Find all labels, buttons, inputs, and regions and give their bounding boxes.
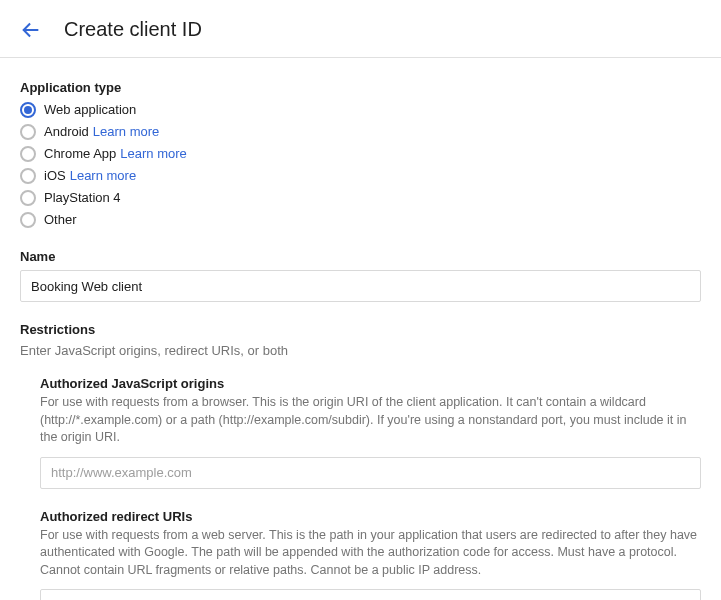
radio-chrome-app[interactable]: Chrome App Learn more <box>20 145 701 163</box>
radio-label: PlayStation 4 <box>44 189 121 207</box>
radio-other[interactable]: Other <box>20 211 701 229</box>
radio-icon <box>20 124 36 140</box>
name-input[interactable] <box>20 270 701 302</box>
learn-more-link[interactable]: Learn more <box>93 123 159 141</box>
js-origins-label: Authorized JavaScript origins <box>40 376 701 391</box>
radio-label: Web application <box>44 101 136 119</box>
radio-ios[interactable]: iOS Learn more <box>20 167 701 185</box>
radio-icon <box>20 212 36 228</box>
radio-playstation-4[interactable]: PlayStation 4 <box>20 189 701 207</box>
radio-web-application[interactable]: Web application <box>20 101 701 119</box>
radio-label: Other <box>44 211 77 229</box>
radio-icon <box>20 102 36 118</box>
redirect-uris-desc: For use with requests from a web server.… <box>40 527 701 580</box>
learn-more-link[interactable]: Learn more <box>120 145 186 163</box>
restrictions-hint: Enter JavaScript origins, redirect URIs,… <box>20 343 701 358</box>
radio-label: Chrome App <box>44 145 116 163</box>
restrictions-label: Restrictions <box>20 322 701 337</box>
back-arrow-icon[interactable] <box>20 19 42 41</box>
page-header: Create client ID <box>0 0 721 58</box>
app-type-radio-group: Web application Android Learn more Chrom… <box>20 101 701 229</box>
radio-android[interactable]: Android Learn more <box>20 123 701 141</box>
js-origins-input[interactable] <box>40 457 701 489</box>
js-origins-desc: For use with requests from a browser. Th… <box>40 394 701 447</box>
radio-icon <box>20 168 36 184</box>
radio-label: iOS <box>44 167 66 185</box>
radio-icon <box>20 190 36 206</box>
radio-label: Android <box>44 123 89 141</box>
form-content: Application type Web application Android… <box>0 58 721 600</box>
radio-icon <box>20 146 36 162</box>
learn-more-link[interactable]: Learn more <box>70 167 136 185</box>
app-type-label: Application type <box>20 80 701 95</box>
name-label: Name <box>20 249 701 264</box>
redirect-uris-label: Authorized redirect URIs <box>40 509 701 524</box>
page-title: Create client ID <box>64 18 202 41</box>
redirect-uris-input[interactable] <box>40 589 701 600</box>
